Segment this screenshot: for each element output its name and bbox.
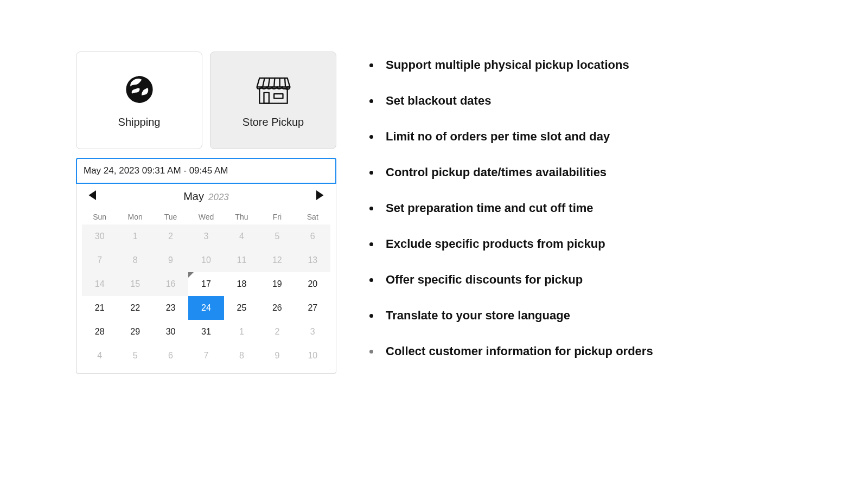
calendar-day: 4 [224,224,259,248]
left-panel: Shipping [76,52,336,374]
calendar-dow-row: Sun Mon Tue Wed Thu Fri Sat [82,209,330,224]
dow-wed: Wed [188,209,224,224]
calendar-day: 13 [295,248,330,272]
calendar-day[interactable]: 1 [224,320,259,344]
feature-list: Support multiple physical pickup locatio… [366,58,819,358]
tab-shipping[interactable]: Shipping [76,52,202,149]
feature-item: Offer specific discounts for pickup [380,273,819,287]
calendar-day[interactable]: 28 [82,320,117,344]
tab-pickup-label: Store Pickup [242,116,304,129]
pickup-datetime-input[interactable]: May 24, 2023 09:31 AM - 09:45 AM [76,158,336,184]
globe-icon [124,73,155,106]
calendar-day: 1 [117,224,152,248]
calendar-day: 8 [117,248,152,272]
calendar-day[interactable]: 21 [82,296,117,320]
calendar-day[interactable]: 7 [188,344,224,368]
calendar-day: 12 [259,248,295,272]
calendar-day[interactable]: 8 [224,344,259,368]
calendar-day: 2 [153,224,188,248]
calendar-day[interactable]: 23 [153,296,188,320]
feature-item: Set blackout dates [380,94,819,108]
calendar-day[interactable]: 10 [295,344,330,368]
feature-item: Translate to your store language [380,309,819,323]
calendar-day[interactable]: 25 [224,296,259,320]
calendar-day[interactable]: 31 [188,320,224,344]
delivery-tabs: Shipping [76,52,336,149]
calendar-day: 10 [188,248,224,272]
calendar-day[interactable]: 3 [295,320,330,344]
calendar-year: 2023 [208,192,229,203]
calendar-day[interactable]: 5 [117,344,152,368]
calendar-day: 5 [259,224,295,248]
dow-sun: Sun [82,209,117,224]
calendar: May 2023 Sun Mon Tue Wed Thu Fri Sat 301… [76,184,336,374]
tab-shipping-label: Shipping [118,116,161,129]
calendar-day: 30 [82,224,117,248]
calendar-day: 3 [188,224,224,248]
svg-line-2 [263,78,265,87]
pickup-datetime-value: May 24, 2023 09:31 AM - 09:45 AM [84,165,228,176]
calendar-prev-month[interactable] [85,190,100,203]
calendar-day[interactable]: 29 [117,320,152,344]
calendar-day[interactable]: 19 [259,272,295,296]
calendar-day[interactable]: 22 [117,296,152,320]
calendar-day: 16 [153,272,188,296]
dow-mon: Mon [117,209,152,224]
calendar-grid: 3012345678910111213141516171819202122232… [82,224,330,368]
calendar-day: 9 [153,248,188,272]
calendar-day[interactable]: 20 [295,272,330,296]
calendar-day[interactable]: 6 [153,344,188,368]
svg-line-3 [268,78,269,87]
calendar-day[interactable]: 26 [259,296,295,320]
dow-sat: Sat [295,209,330,224]
calendar-day: 7 [82,248,117,272]
feature-item: Limit no of orders per time slot and day [380,130,819,144]
calendar-day[interactable]: 18 [224,272,259,296]
store-icon [254,73,292,106]
dow-tue: Tue [153,209,188,224]
calendar-day: 15 [117,272,152,296]
calendar-day[interactable]: 17 [188,272,224,296]
svg-line-4 [274,78,275,87]
calendar-day[interactable]: 30 [153,320,188,344]
calendar-day: 6 [295,224,330,248]
calendar-month: May [183,190,204,203]
feature-item: Collect customer information for pickup … [380,344,819,358]
svg-line-6 [285,78,285,87]
svg-rect-7 [264,92,269,103]
calendar-day[interactable]: 27 [295,296,330,320]
calendar-day[interactable]: 24 [188,296,224,320]
calendar-day: 14 [82,272,117,296]
tab-store-pickup[interactable]: Store Pickup [210,52,336,149]
calendar-day[interactable]: 9 [259,344,295,368]
svg-rect-8 [274,94,283,98]
calendar-day[interactable]: 2 [259,320,295,344]
feature-item: Set preparation time and cut off time [380,201,819,215]
calendar-day: 11 [224,248,259,272]
feature-item: Exclude specific products from pickup [380,237,819,251]
dow-fri: Fri [259,209,295,224]
calendar-day[interactable]: 4 [82,344,117,368]
dow-thu: Thu [224,209,259,224]
calendar-next-month[interactable] [312,190,327,203]
feature-item: Control pickup date/times availabilities [380,165,819,179]
calendar-title: May 2023 [183,190,229,203]
feature-item: Support multiple physical pickup locatio… [380,58,819,72]
feature-list-panel: Support multiple physical pickup locatio… [366,52,819,380]
